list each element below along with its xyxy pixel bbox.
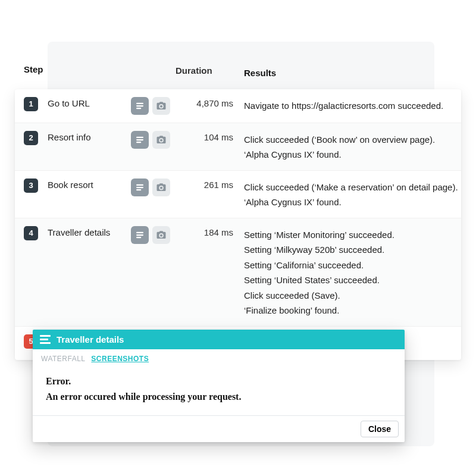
result-line: ‘Alpha Cygnus IX’ found.	[244, 147, 452, 162]
table-row[interactable]: 3Book resort261 msClick succeeded (‘Make…	[15, 171, 461, 218]
svg-rect-2	[136, 108, 141, 109]
steps-table: Step Duration Results 1Go to URL4,870 ms…	[15, 55, 461, 360]
log-icon[interactable]	[131, 178, 149, 196]
result-line: Click succeeded (Save).	[244, 288, 452, 303]
svg-rect-9	[136, 231, 143, 233]
step-number-badge: 1	[24, 97, 38, 111]
result-line: Click succeeded (‘Book now’ on overview …	[244, 132, 452, 148]
table-header: Step Duration Results	[15, 55, 461, 89]
step-duration: 261 ms	[176, 178, 244, 190]
svg-rect-10	[136, 234, 143, 235]
svg-rect-5	[136, 142, 141, 143]
table-row[interactable]: 4Traveller details184 msSetting ‘Mister …	[15, 218, 461, 327]
svg-rect-0	[136, 102, 143, 104]
step-duration: 184 ms	[176, 226, 244, 237]
step-duration: 104 ms	[176, 131, 244, 142]
error-message: An error occured while processing your r…	[46, 392, 392, 402]
step-results: Navigate to https://galacticresorts.com …	[244, 97, 461, 114]
header-duration: Duration	[176, 64, 244, 76]
log-icon[interactable]	[131, 97, 149, 115]
table-row[interactable]: 1Go to URL4,870 msNavigate to https://ga…	[15, 89, 461, 123]
step-results: Setting ‘Mister Monitoring’ succeeded.Se…	[244, 226, 461, 318]
step-detail-panel: Traveller details WATERFALL SCREENSHOTS …	[33, 330, 405, 442]
step-number-badge: 3	[24, 178, 38, 193]
svg-rect-1	[136, 105, 143, 106]
header-step: Step	[15, 64, 48, 74]
detail-header[interactable]: Traveller details	[33, 330, 405, 349]
step-name: Book resort	[48, 178, 131, 190]
tab-screenshots[interactable]: SCREENSHOTS	[91, 355, 149, 363]
menu-icon	[40, 335, 51, 344]
tab-waterfall[interactable]: WATERFALL	[41, 355, 86, 363]
step-name: Resort info	[48, 131, 131, 142]
close-button[interactable]: Close	[361, 421, 399, 437]
detail-title: Traveller details	[57, 334, 124, 345]
step-name: Go to URL	[48, 97, 131, 108]
result-line: ‘Finalize booking’ found.	[244, 303, 452, 318]
svg-rect-7	[136, 186, 143, 187]
detail-footer: Close	[33, 415, 405, 442]
svg-rect-8	[136, 189, 141, 190]
result-line: ‘Alpha Cygnus IX’ found.	[244, 195, 458, 210]
camera-icon[interactable]	[152, 131, 170, 149]
result-line: Setting ‘California’ succeeded.	[244, 258, 452, 273]
camera-icon[interactable]	[152, 97, 170, 115]
step-results: Click succeeded (‘Book now’ on overview …	[244, 131, 461, 162]
detail-tabs: WATERFALL SCREENSHOTS	[33, 349, 405, 365]
result-line: Setting ‘United States’ succeeded.	[244, 273, 452, 288]
svg-rect-6	[136, 184, 143, 185]
detail-body: Error. An error occured while processing…	[33, 365, 405, 415]
log-icon[interactable]	[131, 131, 149, 149]
result-line: Setting ‘Milkyway 520b’ succeeded.	[244, 242, 452, 258]
table-row[interactable]: 2Resort info104 msClick succeeded (‘Book…	[15, 123, 461, 171]
result-line: Click succeeded (‘Make a reservation’ on…	[244, 180, 458, 195]
step-name: Traveller details	[48, 226, 131, 237]
log-icon[interactable]	[131, 226, 149, 244]
step-number-badge: 2	[24, 131, 38, 145]
result-line: Setting ‘Mister Monitoring’ succeeded.	[244, 227, 452, 243]
step-results: Click succeeded (‘Make a reservation’ on…	[244, 178, 461, 210]
step-duration: 4,870 ms	[176, 97, 244, 108]
svg-rect-11	[136, 237, 141, 238]
svg-rect-3	[136, 136, 143, 137]
step-number-badge: 4	[24, 226, 38, 240]
svg-rect-4	[136, 139, 143, 140]
camera-icon[interactable]	[152, 178, 170, 196]
result-line: Navigate to https://galacticresorts.com …	[244, 98, 452, 114]
header-results: Results	[244, 64, 461, 81]
error-title: Error.	[46, 376, 392, 387]
camera-icon[interactable]	[152, 226, 170, 244]
